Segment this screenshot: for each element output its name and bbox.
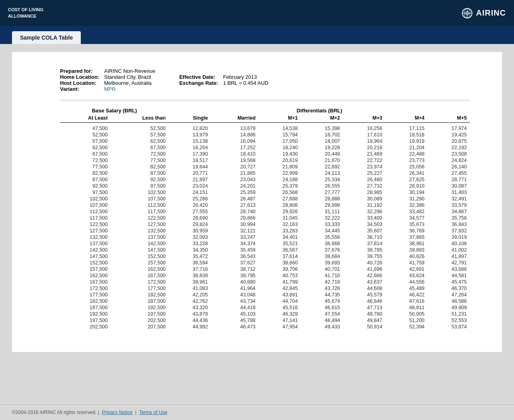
table-row: 132,500137,50032,09333,24734,40135,55636… xyxy=(60,234,470,240)
table-cell: 37,865 xyxy=(386,234,428,240)
table-cell: 48,780 xyxy=(343,311,386,317)
table-cell: 20,727 xyxy=(211,164,259,170)
table-cell: 192,500 xyxy=(60,311,111,317)
table-cell: 43,686 xyxy=(428,266,470,272)
table-cell: 22,999 xyxy=(259,170,301,176)
table-cell: 51,200 xyxy=(386,317,428,324)
table-cell: 29,999 xyxy=(301,202,343,208)
table-cell: 26,568 xyxy=(259,189,301,196)
table-cell: 46,422 xyxy=(386,292,428,298)
table-cell: 32,386 xyxy=(386,202,428,208)
effective-date-value-2: February 2013 xyxy=(223,74,268,80)
table-cell: 44,581 xyxy=(428,272,470,279)
table-cell: 182,500 xyxy=(60,298,111,304)
table-cell: 202,500 xyxy=(60,324,111,330)
table-cell: 32,163 xyxy=(259,221,301,228)
table-cell: 82,500 xyxy=(111,164,169,170)
table-cell: 49,433 xyxy=(301,324,343,330)
table-cell: 25,286 xyxy=(169,196,211,202)
table-cell: 43,891 xyxy=(259,292,301,298)
table-cell: 21,469 xyxy=(343,151,386,157)
table-cell: 197,500 xyxy=(60,317,111,324)
table-cell: 112,500 xyxy=(111,202,169,208)
table-cell: 34,503 xyxy=(343,221,386,228)
table-cell: 192,500 xyxy=(111,304,169,311)
table-cell: 28,690 xyxy=(169,215,211,221)
table-cell: 41,897 xyxy=(428,253,470,260)
table-cell: 46,615 xyxy=(301,304,343,311)
table-cell: 26,420 xyxy=(169,202,211,208)
table-cell: 29,926 xyxy=(259,208,301,215)
table-cell: 50,005 xyxy=(386,311,428,317)
footer: ©2004-2016 AIRINC All rights reserved. |… xyxy=(0,404,514,420)
table-row: 62,50067,50016,26417,25218,24019,22820,2… xyxy=(60,144,470,151)
table-cell: 30,089 xyxy=(343,196,386,202)
table-row: 157,500162,50037,71638,71239,70640,70141… xyxy=(60,266,470,272)
table-cell: 39,893 xyxy=(386,247,428,253)
table-row: 77,50082,50019,64420,72721,80922,89223,9… xyxy=(60,164,470,170)
table-cell: 43,726 xyxy=(301,285,343,292)
table-cell: 72,500 xyxy=(60,157,111,164)
table-cell: 42,666 xyxy=(343,272,386,279)
table-cell: 35,607 xyxy=(343,228,386,234)
table-cell: 32,222 xyxy=(301,215,343,221)
table-cell: 35,472 xyxy=(169,253,211,260)
table-cell: 39,755 xyxy=(343,253,386,260)
col-m1: M+1 xyxy=(259,114,301,123)
table-cell: 46,646 xyxy=(343,298,386,304)
tab-sample-cola[interactable]: Sample COLA Table xyxy=(12,31,81,44)
header-title-line1: COST OF LIVING xyxy=(8,7,44,12)
table-cell: 36,710 xyxy=(343,234,386,240)
table-cell: 52,394 xyxy=(386,324,428,330)
table-row: 137,500142,50033,22834,37435,52136,66837… xyxy=(60,240,470,247)
table-cell: 44,436 xyxy=(169,317,211,324)
table-cell: 37,676 xyxy=(301,247,343,253)
table-row: 192,500197,50043,87845,10346,32947,55448… xyxy=(60,311,470,317)
terms-of-use-link[interactable]: Terms of Use xyxy=(139,410,168,415)
table-col-header: At Least Less than Single Married M+1 M+… xyxy=(60,114,470,123)
table-cell: 19,430 xyxy=(259,151,301,157)
table-cell: 137,500 xyxy=(111,234,169,240)
table-cell: 47,954 xyxy=(259,324,301,330)
table-row: 197,500202,50044,43645,78847,14148,49449… xyxy=(60,317,470,324)
logo-text: AIRINC xyxy=(476,8,506,18)
table-cell: 25,359 xyxy=(211,189,259,196)
table-cell: 31,111 xyxy=(301,208,343,215)
table-row: 47,50052,50012,82013,67914,53815,39816,2… xyxy=(60,125,470,132)
table-cell: 23,024 xyxy=(169,183,211,189)
table-cell: 39,706 xyxy=(259,266,301,272)
table-row: 82,50087,50020,77121,88522,99924,11325,2… xyxy=(60,170,470,176)
table-cell: 52,500 xyxy=(60,132,111,138)
table-cell: 30,087 xyxy=(428,183,470,189)
privacy-notice-link[interactable]: Privacy Notice xyxy=(102,410,133,415)
table-cell: 42,845 xyxy=(259,285,301,292)
table-cell: 16,256 xyxy=(343,125,386,132)
table-cell: 47,141 xyxy=(259,317,301,324)
table-cell: 41,710 xyxy=(301,272,343,279)
table-cell: 36,567 xyxy=(259,247,301,253)
table-cell: 40,753 xyxy=(259,272,301,279)
table-cell: 33,228 xyxy=(169,240,211,247)
table-cell: 42,791 xyxy=(428,260,470,266)
table-cell: 62,500 xyxy=(111,138,169,144)
table-cell: 202,500 xyxy=(111,317,169,324)
table-cell: 33,482 xyxy=(386,208,428,215)
table-cell: 45,516 xyxy=(259,304,301,311)
table-cell: 17,610 xyxy=(343,132,386,138)
table-row: 87,50092,50021,89723,04324,18825,33426,4… xyxy=(60,176,470,183)
table-cell: 36,769 xyxy=(386,228,428,234)
table-cell: 67,500 xyxy=(60,151,111,157)
table-cell: 17,050 xyxy=(259,138,301,144)
table-cell: 167,500 xyxy=(60,279,111,285)
table-cell: 19,425 xyxy=(428,132,470,138)
variant-value: MPR xyxy=(104,86,179,92)
table-cell: 18,518 xyxy=(386,132,428,138)
table-row: 122,500127,50029,82430,99432,16333,33334… xyxy=(60,221,470,228)
header-title: COST OF LIVING ALLOWANCE xyxy=(8,7,44,19)
table-cell: 39,795 xyxy=(211,272,259,279)
table-cell: 15,138 xyxy=(169,138,211,144)
table-cell: 14,886 xyxy=(211,132,259,138)
table-cell: 43,048 xyxy=(211,292,259,298)
table-cell: 38,839 xyxy=(169,272,211,279)
table-cell: 46,473 xyxy=(211,324,259,330)
